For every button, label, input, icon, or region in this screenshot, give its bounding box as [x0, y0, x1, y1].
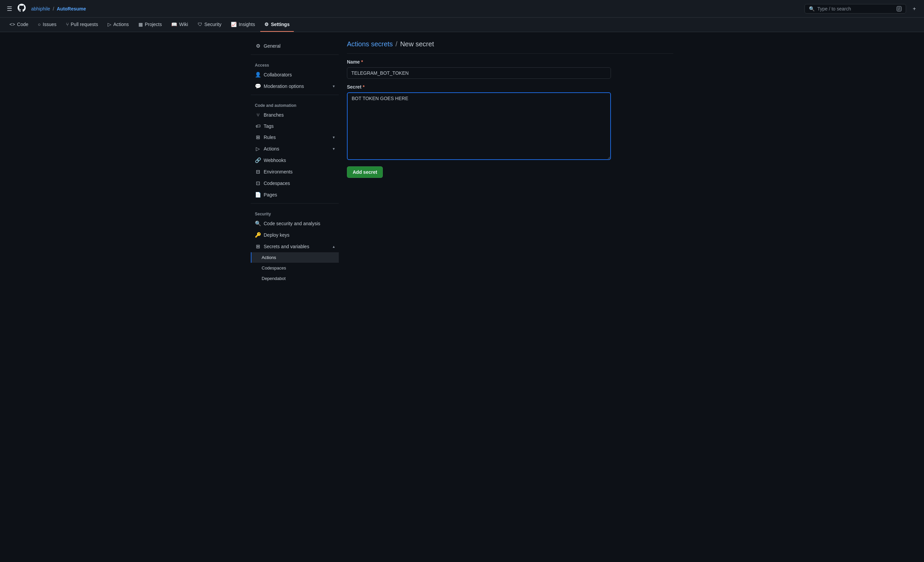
security-icon: 🛡 — [198, 22, 202, 27]
tab-security-label: Security — [204, 22, 222, 27]
chevron-down-icon-actions: ▾ — [333, 146, 335, 151]
collaborators-label: Collaborators — [264, 72, 292, 78]
pages-icon: 📄 — [255, 192, 261, 198]
insights-icon: 📈 — [231, 22, 237, 27]
repo-path: abhiphile / AutoResume — [31, 6, 86, 12]
settings-icon: ⚙ — [264, 22, 269, 27]
top-navigation: ☰ abhiphile / AutoResume 🔍 Type / to sea… — [0, 0, 924, 18]
sidebar: ⚙ General Access 👤 Collaborators 💬 Moder… — [251, 40, 339, 284]
secret-field-label: Secret * — [347, 84, 611, 90]
issues-icon: ○ — [38, 22, 40, 27]
breadcrumb-separator: / — [396, 40, 398, 48]
sidebar-item-codespaces[interactable]: ⊡ Codespaces — [251, 178, 339, 189]
tab-code[interactable]: <> Code — [5, 18, 33, 32]
sidebar-divider-3 — [251, 203, 339, 203]
moderation-label: Moderation options — [264, 84, 304, 89]
sidebar-item-rules[interactable]: ⊞ Rules ▾ — [251, 132, 339, 143]
key-icon: 🔑 — [255, 232, 261, 238]
wiki-icon: 📖 — [171, 22, 177, 27]
person-icon: 👤 — [255, 72, 261, 78]
actions-label: Actions — [264, 146, 279, 151]
webhooks-label: Webhooks — [264, 158, 286, 163]
secret-required-indicator: * — [363, 84, 364, 90]
secrets-icon: ⊞ — [255, 244, 261, 250]
rules-icon: ⊞ — [255, 134, 261, 140]
tab-settings[interactable]: ⚙ Settings — [260, 18, 294, 32]
environments-label: Environments — [264, 169, 293, 175]
chevron-up-icon: ▴ — [333, 244, 335, 249]
tab-security[interactable]: 🛡 Security — [194, 18, 226, 32]
sidebar-item-pages[interactable]: 📄 Pages — [251, 189, 339, 200]
tab-code-label: Code — [17, 22, 28, 27]
tab-wiki-label: Wiki — [179, 22, 188, 27]
search-placeholder: Type / to search — [818, 6, 894, 12]
codeauto-section-label: Code and automation — [251, 98, 339, 109]
breadcrumb-current: New secret — [400, 40, 434, 48]
projects-icon: ▦ — [138, 22, 143, 27]
sidebar-item-codesecurity[interactable]: 🔍 Code security and analysis — [251, 218, 339, 229]
tab-actions[interactable]: ▷ Actions — [104, 18, 133, 32]
add-secret-button[interactable]: Add secret — [347, 166, 383, 178]
path-separator: / — [53, 6, 54, 12]
codespaces-label: Codespaces — [264, 181, 290, 186]
sidebar-item-moderation[interactable]: 💬 Moderation options ▾ — [251, 81, 339, 92]
breadcrumb-link[interactable]: Actions secrets — [347, 40, 393, 48]
tab-pullrequests[interactable]: ⑂ Pull requests — [62, 18, 102, 32]
sidebar-item-environments[interactable]: ⊟ Environments — [251, 166, 339, 178]
sidebar-item-secretsvars[interactable]: ⊞ Secrets and variables ▴ — [251, 241, 339, 252]
name-input[interactable] — [347, 67, 611, 79]
repo-tabs: <> Code ○ Issues ⑂ Pull requests ▷ Actio… — [0, 18, 924, 32]
sub-actions-label: Actions — [262, 255, 276, 260]
tag-icon: 🏷 — [255, 123, 261, 129]
branch-icon: ⑂ — [255, 112, 261, 118]
tab-issues-label: Issues — [43, 22, 56, 27]
environments-icon: ⊟ — [255, 169, 261, 175]
sidebar-sub-actions[interactable]: Actions — [251, 252, 339, 263]
nav-plus-button[interactable]: + — [910, 4, 919, 13]
main-container: ⚙ General Access 👤 Collaborators 💬 Moder… — [245, 32, 679, 292]
sub-dependabot-label: Dependabot — [262, 276, 286, 281]
codesecurity-icon: 🔍 — [255, 220, 261, 227]
github-logo — [18, 4, 26, 14]
deploykeys-label: Deploy keys — [264, 232, 290, 238]
hamburger-menu[interactable]: ☰ — [5, 4, 14, 14]
secret-field-group: Secret * BOT TOKEN GOES HERE — [347, 84, 611, 161]
sub-codespaces-label: Codespaces — [262, 265, 286, 271]
tab-issues[interactable]: ○ Issues — [34, 18, 61, 32]
tab-projects[interactable]: ▦ Projects — [134, 18, 166, 32]
sidebar-item-webhooks[interactable]: 🔗 Webhooks — [251, 154, 339, 166]
sidebar-item-collaborators[interactable]: 👤 Collaborators — [251, 69, 339, 81]
sidebar-item-tags[interactable]: 🏷 Tags — [251, 120, 339, 132]
codespaces-icon: ⊡ — [255, 180, 261, 186]
pages-label: Pages — [264, 192, 277, 197]
gear-icon: ⚙ — [255, 43, 261, 49]
secretsvars-label: Secrets and variables — [264, 244, 309, 249]
reponame-link[interactable]: AutoResume — [57, 6, 86, 12]
access-section-label: Access — [251, 57, 339, 69]
sidebar-sub-codespaces[interactable]: Codespaces — [251, 263, 339, 273]
sidebar-item-deploykeys[interactable]: 🔑 Deploy keys — [251, 229, 339, 241]
search-bar[interactable]: 🔍 Type / to search / — [804, 4, 906, 13]
pr-icon: ⑂ — [66, 22, 69, 27]
username-link[interactable]: abhiphile — [31, 6, 50, 12]
tab-insights[interactable]: 📈 Insights — [227, 18, 259, 32]
breadcrumb: Actions secrets / New secret — [347, 40, 673, 54]
sidebar-item-branches[interactable]: ⑂ Branches — [251, 109, 339, 120]
chevron-down-icon: ▾ — [333, 84, 335, 88]
name-field-label: Name * — [347, 59, 611, 64]
search-icon: 🔍 — [809, 6, 814, 12]
tab-wiki[interactable]: 📖 Wiki — [167, 18, 192, 32]
general-label: General — [264, 43, 280, 49]
actions-icon: ▷ — [108, 22, 111, 27]
search-kbd: / — [897, 6, 902, 12]
secret-textarea[interactable]: BOT TOKEN GOES HERE — [347, 92, 611, 160]
sidebar-item-actions[interactable]: ▷ Actions ▾ — [251, 143, 339, 154]
sidebar-item-general[interactable]: ⚙ General — [251, 40, 339, 52]
sidebar-divider-2 — [251, 95, 339, 95]
tab-settings-label: Settings — [271, 22, 290, 27]
tags-label: Tags — [264, 123, 274, 129]
code-icon: <> — [9, 22, 15, 27]
tab-actions-label: Actions — [113, 22, 129, 27]
sidebar-sub-dependabot[interactable]: Dependabot — [251, 273, 339, 284]
name-required-indicator: * — [361, 59, 363, 64]
